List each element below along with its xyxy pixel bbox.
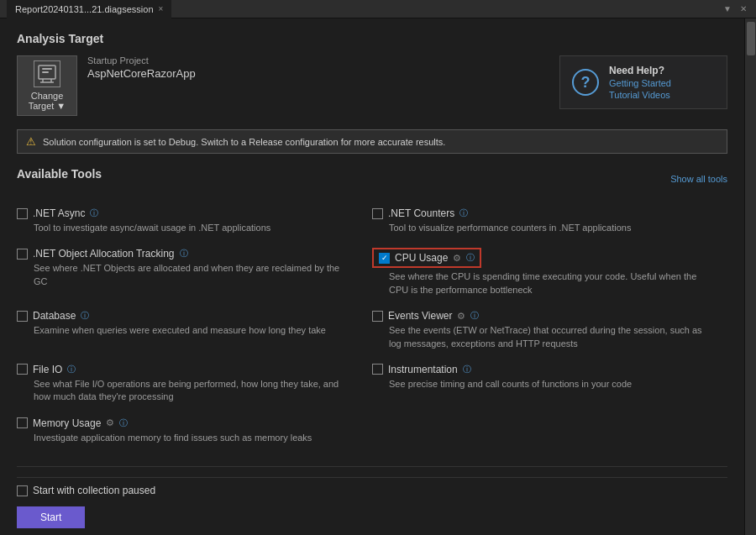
tab[interactable]: Report20240131...21.diagsession ×: [7, 0, 171, 18]
tool-cpu-usage-help-icon[interactable]: ⓘ: [466, 252, 475, 264]
tool-net-async-help-icon[interactable]: ⓘ: [90, 207, 98, 219]
tool-net-object-allocation-desc: See where .NET Objects are allocated and…: [17, 262, 355, 288]
tool-net-counters-desc: Tool to visualize performance counters i…: [372, 222, 711, 234]
tool-net-async-name: .NET Async: [33, 207, 85, 219]
tool-cpu-usage-gear-icon[interactable]: ⚙: [453, 253, 461, 264]
tool-events-viewer-help-icon[interactable]: ⓘ: [470, 310, 479, 322]
collection-paused-row: Start with collection paused: [17, 485, 727, 496]
tool-events-viewer-name: Events Viewer: [388, 310, 452, 322]
tool-net-async-header: .NET Async ⓘ: [17, 207, 355, 219]
tool-events-viewer: Events Viewer ⚙ ⓘ See the events (ETW or…: [372, 305, 727, 359]
tool-cpu-usage-desc: See where the CPU is spending time execu…: [372, 270, 711, 296]
project-info: Startup Project AspNetCoreRazorApp: [87, 55, 196, 80]
tool-file-io-checkbox[interactable]: [17, 364, 28, 375]
start-button[interactable]: Start: [17, 506, 85, 528]
dropdown-icon[interactable]: ▼: [721, 4, 734, 13]
tool-net-async-checkbox[interactable]: [17, 208, 28, 219]
tool-instrumentation-help-icon[interactable]: ⓘ: [463, 364, 471, 375]
tool-memory-usage-gear-icon[interactable]: ⚙: [106, 417, 114, 428]
tool-database-checkbox[interactable]: [17, 311, 28, 322]
warning-icon: ⚠: [26, 135, 36, 148]
project-name: AspNetCoreRazorApp: [87, 67, 196, 80]
available-tools-title: Available Tools: [17, 167, 102, 181]
change-target-icon: [34, 60, 60, 87]
tool-file-io-name: File IO: [33, 364, 62, 375]
svg-rect-2: [42, 71, 49, 73]
target-left: ChangeTarget ▼ Startup Project AspNetCor…: [17, 55, 196, 116]
tutorial-videos-link[interactable]: Tutorial Videos: [609, 90, 671, 100]
tool-net-object-allocation-name: .NET Object Allocation Tracking: [33, 248, 175, 260]
tool-net-counters-help-icon[interactable]: ⓘ: [459, 207, 468, 219]
tool-database-header: Database ⓘ: [17, 310, 355, 322]
getting-started-link[interactable]: Getting Started: [609, 78, 671, 88]
tool-instrumentation-desc: See precise timing and call counts of fu…: [372, 378, 711, 391]
collection-paused-checkbox[interactable]: [17, 485, 28, 496]
collection-paused-label: Start with collection paused: [33, 485, 155, 496]
help-title: Need Help?: [609, 65, 671, 76]
tool-events-viewer-header: Events Viewer ⚙ ⓘ: [372, 310, 711, 322]
tools-grid: .NET Async ⓘ Tool to investigate async/a…: [17, 202, 727, 453]
analysis-target-title: Analysis Target: [17, 32, 727, 45]
tool-database: Database ⓘ Examine when queries were exe…: [17, 305, 372, 359]
tool-net-object-allocation-header: .NET Object Allocation Tracking ⓘ: [17, 248, 355, 260]
tool-file-io-help-icon[interactable]: ⓘ: [67, 364, 76, 375]
project-label: Startup Project: [87, 55, 196, 66]
tool-database-desc: Examine when queries were executed and m…: [17, 324, 355, 337]
help-text: Need Help? Getting Started Tutorial Vide…: [609, 65, 671, 100]
tool-net-counters: .NET Counters ⓘ Tool to visualize perfor…: [372, 202, 727, 243]
window-close-icon[interactable]: ✕: [738, 4, 749, 13]
title-bar: Report20240131...21.diagsession × ▼ ✕: [0, 0, 756, 18]
section-divider: [17, 466, 727, 467]
scrollbar[interactable]: [744, 18, 756, 535]
scrollbar-thumb[interactable]: [747, 22, 755, 55]
warning-text: Solution configuration is set to Debug. …: [43, 137, 445, 147]
tab-close-btn[interactable]: ×: [159, 4, 164, 13]
tool-cpu-usage-name: CPU Usage: [395, 252, 448, 264]
tool-file-io-desc: See what File I/O operations are being p…: [17, 378, 355, 404]
tool-net-object-allocation-help-icon[interactable]: ⓘ: [180, 248, 188, 260]
tool-memory-usage: Memory Usage ⚙ ⓘ Investigate application…: [17, 412, 372, 453]
tool-database-name: Database: [33, 310, 76, 322]
tool-instrumentation-checkbox[interactable]: [372, 364, 383, 375]
cpu-usage-highlight-box: CPU Usage ⚙ ⓘ: [372, 248, 481, 268]
tool-instrumentation-header: Instrumentation ⓘ: [372, 364, 711, 375]
help-icon: ?: [572, 69, 599, 96]
tool-net-counters-header: .NET Counters ⓘ: [372, 207, 711, 219]
change-target-button[interactable]: ChangeTarget ▼: [17, 55, 77, 116]
target-row: ChangeTarget ▼ Startup Project AspNetCor…: [17, 55, 727, 116]
tab-label: Report20240131...21.diagsession: [15, 4, 154, 14]
content-area: Analysis Target ChangeTarget ▼: [0, 18, 744, 535]
tool-instrumentation: Instrumentation ⓘ See precise timing and…: [372, 359, 727, 412]
tool-events-viewer-gear-icon[interactable]: ⚙: [457, 311, 465, 322]
main-container: Analysis Target ChangeTarget ▼: [0, 18, 756, 535]
tool-instrumentation-name: Instrumentation: [388, 364, 458, 375]
tool-file-io: File IO ⓘ See what File I/O operations a…: [17, 359, 372, 412]
tools-header: Available Tools Show all tools: [17, 167, 727, 191]
change-target-label: ChangeTarget ▼: [29, 91, 66, 111]
show-all-tools-link[interactable]: Show all tools: [670, 174, 727, 184]
tool-events-viewer-desc: See the events (ETW or NetTrace) that oc…: [372, 324, 711, 350]
tool-net-object-allocation-checkbox[interactable]: [17, 249, 28, 260]
tool-net-counters-name: .NET Counters: [388, 207, 454, 219]
warning-banner: ⚠ Solution configuration is set to Debug…: [17, 129, 727, 154]
tool-net-counters-checkbox[interactable]: [372, 208, 383, 219]
tool-cpu-usage-header: CPU Usage ⚙ ⓘ: [379, 252, 475, 264]
title-bar-controls: ▼ ✕: [721, 4, 749, 13]
help-box: ? Need Help? Getting Started Tutorial Vi…: [559, 55, 727, 109]
tool-cpu-usage-checkbox[interactable]: [379, 253, 390, 264]
svg-rect-1: [42, 68, 52, 70]
tool-net-object-allocation: .NET Object Allocation Tracking ⓘ See wh…: [17, 243, 372, 305]
tool-events-viewer-checkbox[interactable]: [372, 311, 383, 322]
tool-memory-usage-header: Memory Usage ⚙ ⓘ: [17, 417, 355, 429]
tool-file-io-header: File IO ⓘ: [17, 364, 355, 375]
tool-memory-usage-name: Memory Usage: [33, 417, 101, 429]
tool-database-help-icon[interactable]: ⓘ: [81, 310, 89, 322]
tool-memory-usage-help-icon[interactable]: ⓘ: [119, 417, 128, 429]
tool-net-async-desc: Tool to investigate async/await usage in…: [17, 222, 355, 234]
tool-cpu-usage: CPU Usage ⚙ ⓘ See where the CPU is spend…: [372, 243, 727, 305]
bottom-section: Start with collection paused Start: [17, 477, 727, 528]
tool-memory-usage-checkbox[interactable]: [17, 417, 28, 428]
tool-net-async: .NET Async ⓘ Tool to investigate async/a…: [17, 202, 372, 243]
tool-memory-usage-desc: Investigate application memory to find i…: [17, 432, 355, 444]
